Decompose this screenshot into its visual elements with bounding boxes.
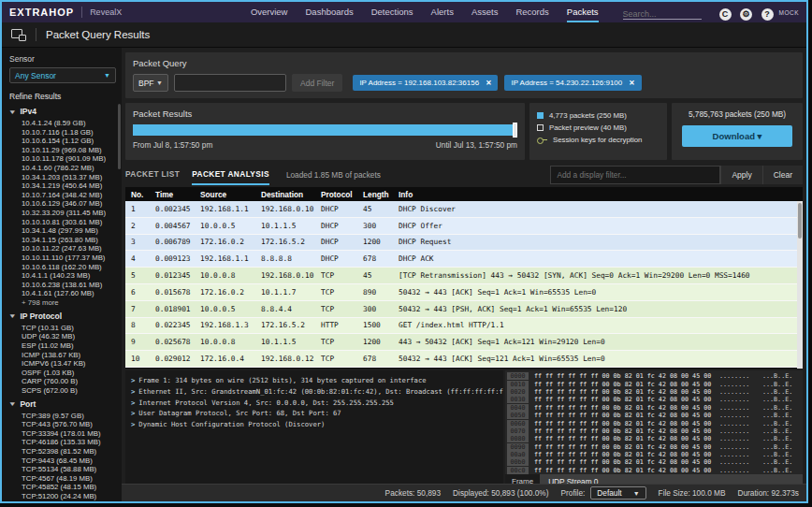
extrahop-logo[interactable]: EXTRAHOP bbox=[9, 7, 74, 18]
table-scrollbar[interactable] bbox=[797, 201, 803, 369]
tree-row[interactable]: >Ethernet II, Src: GrandstreamN_01:fc:42… bbox=[131, 386, 498, 398]
ipv4-item[interactable]: 10.10.11.178 (901.09 MB) bbox=[22, 154, 120, 164]
timeline-track[interactable] bbox=[133, 124, 517, 136]
help-icon[interactable]: ? bbox=[761, 8, 774, 21]
tree-row[interactable]: >User Datagram Protocol, Src Port: 68, D… bbox=[131, 408, 498, 419]
ipv4-item[interactable]: 10.10.6.238 (138.61 MB) bbox=[22, 281, 120, 290]
hex-row[interactable]: 0050 ff ff ff ff ff ff 00 0b 82 01 fc 42… bbox=[507, 412, 803, 419]
hex-row[interactable]: 0060 ff ff ff ff ff ff 00 0b 82 01 fc 42… bbox=[507, 419, 803, 427]
profile-select[interactable]: Default ▼ bbox=[590, 486, 645, 500]
expand-chevron-icon[interactable]: > bbox=[131, 398, 135, 407]
packet-row[interactable]: 10 0.029012 172.16.0.4 192.168.0.12 TCP … bbox=[125, 351, 803, 368]
port-item[interactable]: TCP:52398 (81.52 MB) bbox=[22, 447, 120, 456]
query-mode-select[interactable]: BPF ▼ bbox=[133, 74, 168, 92]
hex-row[interactable]: 0020 ff ff ff ff ff ff 00 0b 82 01 fc 42… bbox=[507, 388, 803, 396]
clear-button[interactable]: Clear bbox=[762, 166, 803, 184]
hex-row[interactable]: 0080 ff ff ff ff ff ff 00 0b 82 01 fc 42… bbox=[507, 435, 803, 442]
download-button[interactable]: Download ▾ bbox=[682, 125, 792, 147]
column-header[interactable]: Time bbox=[152, 190, 197, 199]
hex-row[interactable]: 00c0 ff ff ff ff ff ff 00 0b 82 01 fc 42… bbox=[507, 467, 803, 474]
packet-row[interactable]: 1 0.002345 192.168.1.1 192.168.0.10 DHCP… bbox=[125, 201, 803, 218]
port-item[interactable]: TCP:4567 (48.19 MB) bbox=[22, 474, 120, 484]
table-scrollbar-thumb[interactable] bbox=[798, 203, 802, 239]
ipv4-item[interactable]: 10.10.6.154 (1.12 GB) bbox=[22, 137, 120, 146]
ipv4-item[interactable]: 10.10.6.118 (162.20 MB) bbox=[22, 263, 120, 272]
column-header[interactable]: Info bbox=[396, 190, 803, 199]
nav-item[interactable]: Dashboards bbox=[305, 2, 353, 22]
ipv4-item[interactable]: 10.34.1.203 (513.37 MB) bbox=[22, 173, 120, 182]
hex-row[interactable]: 0070 ff ff ff ff ff ff 00 0b 82 01 fc 42… bbox=[507, 427, 803, 435]
ipv4-item[interactable]: 10.10.11.22 (247.63 MB) bbox=[22, 244, 120, 254]
packet-row[interactable]: 4 0.009123 192.168.1.1 8.8.8.8 DHCP 678 … bbox=[125, 251, 803, 268]
ip-protocol-item[interactable]: ICMP (138.67 KB) bbox=[22, 351, 120, 360]
search-input[interactable] bbox=[623, 9, 702, 20]
ipv4-item[interactable]: 10.10.7.164 (348.42 MB) bbox=[22, 191, 120, 200]
packet-query-icon[interactable] bbox=[11, 29, 26, 41]
ipv4-item[interactable]: 10.4.1.60 (786.22 MB) bbox=[22, 164, 120, 173]
column-header[interactable]: Protocol bbox=[318, 190, 360, 199]
sidebar-scrollbar[interactable] bbox=[118, 104, 121, 169]
ipv4-item[interactable]: 10.10.10.81 (303.61 MB) bbox=[22, 218, 120, 227]
ipv4-item[interactable]: 10.10.7.116 (1.18 GB) bbox=[22, 128, 120, 138]
timeline-handle[interactable] bbox=[513, 123, 517, 138]
nav-item[interactable]: Packets bbox=[567, 2, 599, 22]
remove-filter-icon[interactable]: ✕ bbox=[629, 79, 634, 87]
packet-row[interactable]: 8 0.022345 192.168.1.3 172.16.5.2 HTTP 1… bbox=[125, 318, 803, 335]
port-item[interactable]: TCP:9443 (68.45 MB) bbox=[22, 456, 120, 466]
port-item[interactable]: TCP:443 (576.70 MB) bbox=[22, 420, 120, 429]
ip-protocol-item[interactable]: ICMPV6 (13.47 KB) bbox=[22, 359, 120, 369]
add-filter-button[interactable]: Add Filter bbox=[292, 74, 342, 92]
port-item[interactable]: TCP:45852 (48.15 MB) bbox=[22, 483, 120, 492]
expand-chevron-icon[interactable]: > bbox=[131, 420, 135, 428]
hex-row[interactable]: 0030 ff ff ff ff ff ff 00 0b 82 01 fc 42… bbox=[507, 396, 803, 403]
timeline-selection[interactable] bbox=[133, 124, 514, 136]
remove-filter-icon[interactable]: ✕ bbox=[486, 79, 491, 87]
ipv4-item[interactable]: 10.32.33.209 (311.45 MB) bbox=[22, 209, 120, 218]
packet-row[interactable]: 9 0.025678 10.0.0.8 10.1.1.5 TCP 1200 44… bbox=[125, 334, 803, 351]
tab-packet-list[interactable]: PACKET LIST bbox=[125, 164, 180, 185]
nav-item[interactable]: Records bbox=[515, 2, 548, 22]
expand-chevron-icon[interactable]: > bbox=[131, 409, 135, 417]
legend-row[interactable]: Packet preview (40 MB) bbox=[537, 122, 660, 134]
packet-row[interactable]: 6 0.015678 172.16.0.2 10.1.1.7 TCP 890 5… bbox=[125, 284, 803, 301]
ip-protocol-item[interactable]: SCPS (672.00 B) bbox=[22, 386, 120, 396]
port-item[interactable]: TCP:51200 (24.24 MB) bbox=[22, 492, 120, 501]
hex-row[interactable]: 0010 ff ff ff ff ff ff 00 0b 82 01 fc 42… bbox=[507, 380, 803, 387]
ipv4-more-link[interactable]: + 798 more bbox=[9, 298, 120, 308]
legend-row[interactable]: Session keys for decryption bbox=[537, 134, 660, 146]
column-header[interactable]: No. bbox=[128, 190, 152, 199]
packet-row[interactable]: 7 0.018901 10.0.0.5 8.8.4.4 TCP 300 5043… bbox=[125, 301, 803, 318]
packet-row[interactable]: 2 0.004567 10.0.0.5 10.1.1.5 DHCP 300 DH… bbox=[125, 218, 803, 235]
column-header[interactable]: Destination bbox=[258, 190, 318, 199]
port-item[interactable]: TCP:33394 (178.01 MB) bbox=[22, 429, 120, 439]
ip-protocol-item[interactable]: UDP (46.32 MB) bbox=[22, 332, 120, 341]
ipv4-item[interactable]: 10.4.1.1 (140.23 MB) bbox=[22, 271, 120, 281]
ip-protocol-item[interactable]: ESP (11.02 MB) bbox=[22, 341, 120, 351]
expand-chevron-icon[interactable]: > bbox=[131, 376, 135, 384]
ipv4-item[interactable]: 10.4.1.24 (8.59 GB) bbox=[22, 119, 120, 128]
ipv4-item[interactable]: 10.34.1.219 (450.64 MB) bbox=[22, 181, 120, 191]
legend-row[interactable]: 4,773 packets (250 MB) bbox=[537, 109, 660, 122]
tree-row[interactable]: >Frame 1: 314 bytes on wire (2512 bits),… bbox=[131, 375, 498, 386]
ipv4-item[interactable]: 10.10.11.29 (969.08 MB) bbox=[22, 146, 120, 155]
nav-item[interactable]: Overview bbox=[251, 2, 288, 22]
nav-item[interactable]: Detections bbox=[371, 2, 413, 22]
bpf-query-input[interactable] bbox=[174, 74, 286, 92]
hex-row[interactable]: 00b0 ff ff ff ff ff ff 00 0b 82 01 fc 42… bbox=[507, 458, 803, 466]
nav-item[interactable]: Alerts bbox=[431, 2, 454, 22]
port-item[interactable]: TCP:55134 (58.88 MB) bbox=[22, 465, 120, 474]
column-header[interactable]: Length bbox=[360, 190, 396, 199]
tree-row[interactable]: >Internet Protocol Version 4, Src: 0.0.0… bbox=[131, 398, 498, 409]
expand-chevron-icon[interactable]: > bbox=[131, 387, 135, 396]
sensor-select[interactable]: Any Sensor ▼ bbox=[9, 67, 116, 83]
display-filter-input[interactable] bbox=[550, 166, 720, 184]
ipv4-item[interactable]: 10.10.6.129 (346.07 MB) bbox=[22, 199, 120, 209]
packet-row[interactable]: 3 0.006789 172.16.0.2 172.16.5.2 DHCP 12… bbox=[125, 235, 803, 252]
hex-row[interactable]: 0040 ff ff ff ff ff ff 00 0b 82 01 fc 42… bbox=[507, 404, 803, 412]
ip-protocol-item[interactable]: CARP (760.00 B) bbox=[22, 377, 120, 386]
ipv4-item[interactable]: 10.4.1.61 (127.60 MB) bbox=[22, 289, 120, 298]
ipv4-item[interactable]: 10.34.1.48 (297.99 MB) bbox=[22, 226, 120, 236]
apply-button[interactable]: Apply bbox=[720, 166, 761, 184]
section-ip-protocol[interactable]: ▼ IP Protocol bbox=[9, 311, 120, 321]
packet-row[interactable]: 5 0.012345 10.0.0.8 192.168.0.10 TCP 45 … bbox=[125, 268, 803, 284]
